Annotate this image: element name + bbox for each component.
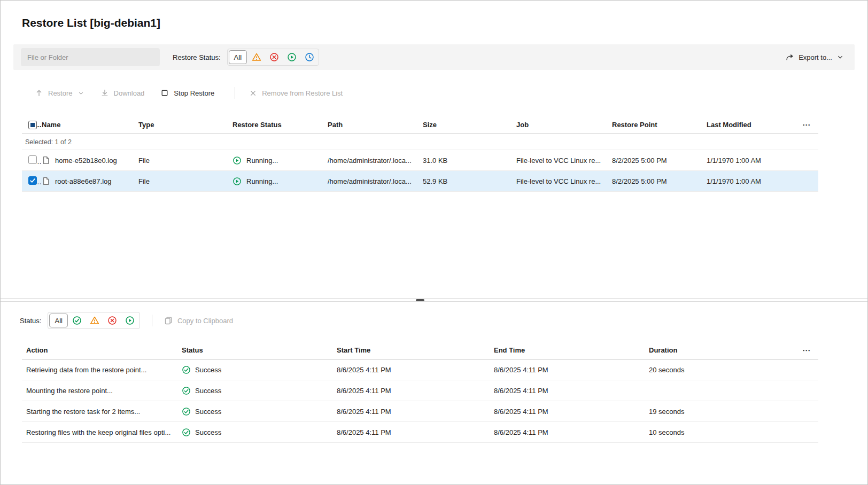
splitter-handle-icon[interactable] [416, 299, 424, 301]
chevron-down-icon [78, 90, 84, 97]
check-circle-icon [182, 365, 191, 374]
status-panel: Status: All Copy to Clipboard Action [1, 312, 867, 443]
status-error-button[interactable] [104, 314, 121, 327]
start-time: 8/6/2025 4:11 PM [337, 428, 494, 436]
log-table-header: Action Status Start Time End Time Durati… [22, 341, 818, 359]
clock-icon [305, 52, 314, 62]
last-modified: 1/1/1970 1:00 AM [707, 157, 802, 165]
status-running-button[interactable] [122, 314, 138, 327]
column-header-job[interactable]: Job [516, 121, 612, 129]
job-name: File-level to VCC Linux re... [516, 177, 612, 185]
log-row[interactable]: Starting the restore task for 2 items...… [22, 401, 818, 422]
restore-list-page: Restore List [big-debian1] Restore Statu… [1, 17, 867, 192]
status-filter-label: Status: [20, 317, 41, 325]
file-icon [42, 177, 50, 185]
table-row[interactable]: home-e52b18e0.log File Running... /home/… [22, 150, 818, 171]
column-header-restore-point[interactable]: Restore Point [612, 121, 707, 129]
column-header-end-time[interactable]: End Time [494, 346, 649, 354]
restore-status-running-button[interactable] [283, 50, 300, 64]
job-name: File-level to VCC Linux re... [516, 157, 612, 165]
play-circle-icon [287, 52, 297, 62]
row-checkbox[interactable] [28, 155, 37, 164]
running-icon [232, 156, 242, 165]
restore-table-header: Name Type Restore Status Path Size Job R… [22, 116, 818, 134]
file-name: home-e52b18e0.log [55, 157, 117, 165]
column-options-icon[interactable]: ⋯ [802, 121, 811, 129]
column-header-name[interactable]: Name [42, 121, 138, 129]
status-filter-bar: Status: All Copy to Clipboard [20, 312, 855, 328]
export-to-menu[interactable]: Export to... [786, 53, 844, 61]
stop-icon [160, 89, 169, 97]
file-folder-search-input[interactable] [21, 48, 160, 66]
download-icon [100, 89, 109, 97]
select-all-checkbox[interactable] [28, 121, 37, 129]
selection-summary: Selected: 1 of 2 [22, 134, 818, 150]
restore-status-all-button[interactable]: All [229, 50, 247, 64]
stop-restore-button[interactable]: Stop Restore [160, 89, 214, 97]
end-time: 8/6/2025 4:11 PM [494, 387, 649, 395]
action-text: Mounting the restore point... [22, 387, 182, 395]
column-header-size[interactable]: Size [423, 121, 516, 129]
status-success-button[interactable] [69, 314, 86, 327]
restore-status-error-button[interactable] [266, 50, 282, 64]
row-checkbox[interactable] [28, 176, 37, 185]
action-log-table: Action Status Start Time End Time Durati… [22, 341, 818, 443]
column-header-status[interactable]: Status [182, 346, 337, 354]
restore-button-label: Restore [48, 89, 73, 97]
chevron-down-icon [836, 53, 844, 61]
column-header-action[interactable]: Action [22, 346, 182, 354]
start-time: 8/6/2025 4:11 PM [337, 408, 494, 416]
log-row[interactable]: Retrieving data from the restore point..… [22, 359, 818, 380]
file-size: 31.0 KB [423, 157, 516, 165]
check-circle-icon [72, 316, 82, 325]
copy-to-clipboard-label: Copy to Clipboard [177, 317, 233, 325]
checkmark-icon [29, 177, 36, 184]
restore-status-warning-button[interactable] [248, 50, 265, 64]
start-time: 8/6/2025 4:11 PM [337, 366, 494, 374]
file-path: /home/administrator/.loca... [328, 177, 423, 185]
arrow-up-icon [35, 89, 43, 97]
page-title: Restore List [big-debian1] [22, 17, 855, 29]
status-filter-group: All [48, 312, 140, 329]
download-button-label: Download [114, 89, 145, 97]
duration: 20 seconds [649, 366, 802, 374]
remove-from-restore-list-button[interactable]: Remove from Restore List [249, 89, 343, 97]
remove-button-label: Remove from Restore List [262, 89, 343, 97]
action-text: Restoring files with the keep original f… [22, 428, 182, 436]
column-options-icon[interactable]: ⋯ [802, 346, 811, 355]
column-header-last-modified[interactable]: Last Modified [707, 121, 802, 129]
copy-to-clipboard-button[interactable]: Copy to Clipboard [164, 316, 233, 325]
file-icon [42, 156, 50, 165]
check-circle-icon [182, 386, 191, 395]
restore-status-text: Running... [246, 177, 278, 185]
restore-table: Name Type Restore Status Path Size Job R… [22, 116, 818, 192]
table-row[interactable]: root-a88e6e87.log File Running... /home/… [22, 171, 818, 192]
restore-button[interactable]: Restore [35, 89, 84, 97]
restore-status-filter-label: Restore Status: [173, 53, 221, 61]
restore-point: 8/2/2025 5:00 PM [612, 177, 707, 185]
column-header-start-time[interactable]: Start Time [337, 346, 494, 354]
play-circle-icon [125, 316, 135, 325]
duration: 19 seconds [649, 408, 802, 416]
restore-status-pending-button[interactable] [301, 50, 317, 64]
export-icon [786, 53, 794, 61]
column-header-type[interactable]: Type [138, 121, 232, 129]
restore-status-text: Running... [246, 157, 278, 165]
column-header-path[interactable]: Path [328, 121, 423, 129]
pane-splitter[interactable] [1, 298, 867, 302]
restore-toolbar: Restore Download Stop Restore Remove fro… [35, 86, 855, 100]
status-all-button[interactable]: All [49, 314, 67, 327]
end-time: 8/6/2025 4:11 PM [494, 366, 649, 374]
restore-point: 8/2/2025 5:00 PM [612, 157, 707, 165]
log-row[interactable]: Mounting the restore point... Success 8/… [22, 380, 818, 401]
file-name: root-a88e6e87.log [55, 177, 112, 185]
download-button[interactable]: Download [100, 89, 145, 97]
filter-bar: Restore Status: All Export to... [13, 44, 855, 70]
column-header-restore-status[interactable]: Restore Status [232, 121, 328, 129]
status-warning-button[interactable] [87, 314, 103, 327]
column-header-duration[interactable]: Duration [649, 346, 802, 354]
log-row[interactable]: Restoring files with the keep original f… [22, 422, 818, 443]
last-modified: 1/1/1970 1:00 AM [707, 177, 802, 185]
action-text: Starting the restore task for 2 items... [22, 408, 182, 416]
start-time: 8/6/2025 4:11 PM [337, 387, 494, 395]
